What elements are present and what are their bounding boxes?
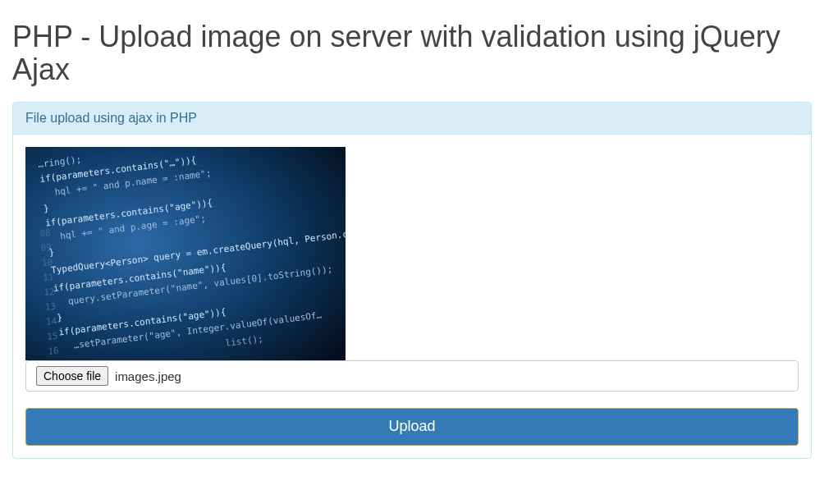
selected-file-name: images.jpeg [115,369,181,383]
upload-button[interactable]: Upload [25,408,799,446]
svg-text:13: 13 [44,301,56,313]
svg-text:14: 14 [45,316,57,328]
svg-text:16: 16 [48,346,59,357]
upload-panel: File upload using ajax in PHP 08 [12,102,812,459]
panel-body: 08 09 10 11 12 13 14 15 16 …ring(); if(p… [13,135,811,458]
choose-file-button[interactable]: Choose file [36,366,108,386]
svg-text:15: 15 [47,331,58,342]
image-preview: 08 09 10 11 12 13 14 15 16 …ring(); if(p… [25,147,346,360]
svg-text:08: 08 [39,227,51,239]
code-image-icon: 08 09 10 11 12 13 14 15 16 …ring(); if(p… [25,147,346,360]
page-title: PHP - Upload image on server with valida… [12,21,812,85]
file-input[interactable]: Choose file images.jpeg [25,360,799,392]
panel-heading: File upload using ajax in PHP [13,103,811,135]
page-container: PHP - Upload image on server with valida… [0,0,824,471]
